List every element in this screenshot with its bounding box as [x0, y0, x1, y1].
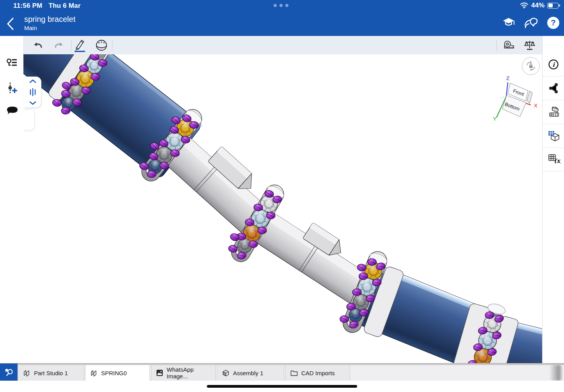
tab-label: WhatsApp Image... [167, 366, 215, 380]
tab-label: Assembly 1 [233, 370, 263, 376]
status-time-date: 11:56 PMThu 6 Mar [13, 2, 80, 10]
home-area [0, 381, 564, 392]
document-toolbar [23, 36, 542, 55]
graphics-area[interactable]: Front Bottom Z X Y [23, 54, 542, 363]
feature-list-icon[interactable] [6, 58, 18, 69]
help-icon[interactable]: ? [547, 17, 559, 29]
folder-icon [290, 370, 298, 376]
ios-status-bar: 11:56 PMThu 6 Mar 44% [0, 0, 564, 12]
back-chevron-icon[interactable] [6, 17, 15, 30]
battery-percent: 44% [531, 2, 544, 9]
tab-scroll-indicator[interactable] [550, 365, 562, 381]
info-glyph: i [552, 61, 555, 68]
redo-icon[interactable] [52, 39, 66, 52]
assembly-icon [222, 369, 230, 377]
undo-icon[interactable] [31, 39, 44, 52]
home-indicator[interactable] [207, 385, 357, 388]
tab-label: Part Studio 1 [34, 370, 68, 376]
left-sidebar [0, 36, 24, 363]
document-tab-bar: Part Studio 1 SPRING0 WhatsApp Image... [0, 363, 564, 381]
onshape-ipad-screen: 11:56 PMThu 6 Mar 44% spring bracelet Ma… [0, 0, 564, 392]
info-icon[interactable]: i [548, 59, 559, 70]
tab-label: CAD Imports [301, 370, 335, 376]
bracelet-3d-model[interactable]: Front Bottom Z X Y [23, 54, 542, 363]
workspace-name: Main [24, 25, 37, 31]
help-glyph: ? [551, 18, 556, 27]
follow-mode-icon[interactable] [524, 16, 539, 29]
document-title: spring bracelet [24, 14, 75, 24]
multitask-dots [274, 4, 288, 7]
part-studio-icon [90, 369, 98, 377]
learning-center-icon[interactable] [502, 17, 515, 29]
rotation-lock-icon[interactable] [522, 57, 540, 75]
chevron-down-icon[interactable] [29, 101, 36, 105]
comment-icon[interactable] [6, 105, 18, 117]
tab-spring0[interactable]: SPRING0 [85, 365, 150, 381]
tab-whatsapp-image[interactable]: WhatsApp Image... [151, 365, 216, 381]
axis-z-label: Z [506, 75, 509, 81]
sketch-pencil-icon[interactable] [73, 39, 86, 52]
mass-properties-icon[interactable] [523, 39, 536, 52]
wifi-icon [520, 2, 528, 9]
rollback-handle-tail [24, 109, 35, 130]
view-cube[interactable]: Front Bottom Z X Y [493, 75, 537, 122]
app-header: spring bracelet Main ? [0, 12, 564, 36]
status-date: Thu 6 Mar [48, 2, 80, 9]
image-icon [156, 369, 163, 376]
sphere-tool-icon[interactable] [95, 39, 108, 52]
right-panel: i [542, 36, 564, 363]
share-icon[interactable] [548, 82, 559, 94]
tab-part-studio-1[interactable]: Part Studio 1 [18, 365, 84, 381]
measure-icon[interactable] [502, 39, 515, 52]
tab-manager-icon[interactable] [0, 363, 18, 381]
tab-label: SPRING0 [101, 370, 127, 376]
appearance-icon[interactable] [548, 107, 559, 118]
axis-y-label: Y [493, 116, 496, 122]
variables-icon[interactable]: (x) [548, 153, 559, 165]
rollback-slider-icon[interactable] [29, 88, 37, 96]
part-studio-icon [23, 369, 30, 377]
rollback-handle[interactable] [24, 77, 41, 108]
variables-glyph: (x) [554, 157, 561, 164]
tab-assembly-1[interactable]: Assembly 1 [217, 365, 284, 381]
battery-icon [547, 3, 559, 9]
configurations-icon[interactable] [548, 130, 559, 142]
status-time: 11:56 PM [13, 2, 42, 9]
chevron-up-icon[interactable] [29, 79, 36, 83]
add-feature-icon[interactable] [6, 82, 18, 94]
axis-x-label: X [534, 103, 537, 109]
tab-cad-imports[interactable]: CAD Imports [285, 365, 350, 381]
